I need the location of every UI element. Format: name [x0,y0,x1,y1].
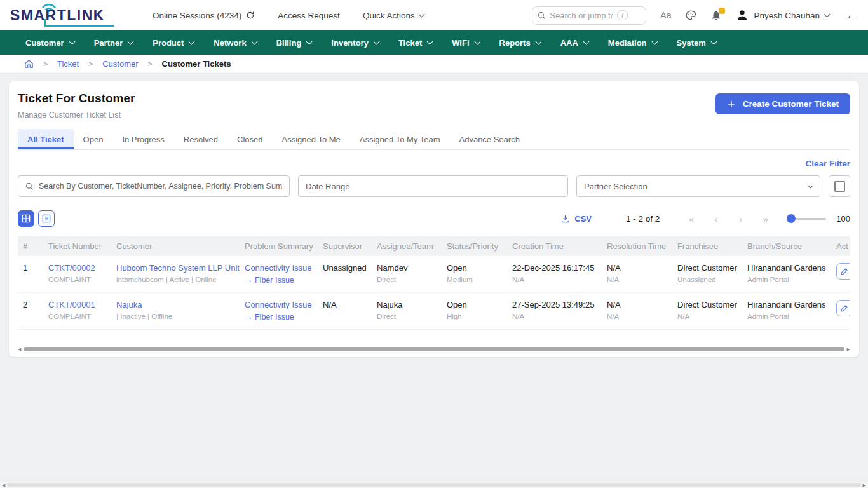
nav-item-billing[interactable]: Billing [276,38,312,48]
pagination-last-button[interactable]: » [753,214,778,224]
edit-ticket-button[interactable] [836,300,850,316]
tab-closed[interactable]: Closed [227,129,272,149]
scroll-right-icon[interactable]: ▶ [847,347,850,351]
status: Open [447,300,502,309]
ticket-search-field [18,175,290,197]
col-header-assignee-team: Assignee/Team [372,236,442,256]
tab-resolved[interactable]: Resolved [174,129,227,149]
pagination-next-button[interactable]: › [728,214,753,224]
select-all-checkbox[interactable] [829,175,850,197]
customer-link[interactable]: Najuka [116,300,234,309]
logo-underline [44,25,114,27]
notification-badge [719,8,725,14]
row-number: 2 [23,300,38,309]
page-horizontal-scrollbar[interactable]: ◀ ▶ [0,482,868,488]
nav-item-partner[interactable]: Partner [94,38,133,48]
col-header-status-priority: Status/Priority [442,236,507,256]
scrollbar-thumb[interactable] [7,483,860,487]
slider-track [796,218,826,220]
ticket-search-input[interactable] [39,182,282,191]
assignee: Namdev [377,263,437,273]
nav-item-wifi[interactable]: WiFi [452,38,479,48]
clear-filter-link[interactable]: Clear Filter [805,159,850,168]
nav-item-network[interactable]: Network [214,38,256,48]
breadcrumb-customer-link[interactable]: Customer [102,59,138,69]
breadcrumb-current: Customer Tickets [162,59,231,69]
date-range-field [298,175,568,197]
scroll-right-icon[interactable]: ▶ [863,483,866,487]
home-icon[interactable] [24,59,34,69]
col-header-supervisor: Supervisor [318,236,372,256]
tab-in-progress[interactable]: In Progress [112,129,173,149]
list-view-button[interactable] [38,210,55,227]
global-search[interactable]: / [532,6,646,25]
nav-item-reports[interactable]: Reports [499,38,541,48]
nav-item-inventory[interactable]: Inventory [331,38,379,48]
online-sessions-label: Online Sessions (4234) [153,11,241,20]
notifications-bell-icon[interactable] [710,10,722,21]
page-size-slider[interactable] [787,214,826,223]
font-size-toggle[interactable]: Aa [660,10,671,20]
assignee: Najuka [377,300,437,309]
scroll-left-icon[interactable]: ◀ [2,483,5,487]
ticket-number-link[interactable]: CTKT/00002 [48,263,106,273]
ticket-number-link[interactable]: CTKT/00001 [48,300,106,309]
nav-item-ticket[interactable]: Ticket [398,38,432,48]
create-customer-ticket-button[interactable]: Create Customer Ticket [715,93,850,114]
scroll-left-icon[interactable]: ◀ [18,347,21,351]
tab-advance-search[interactable]: Advance Search [450,129,529,149]
refresh-icon[interactable] [246,11,255,20]
col-header-customer: Customer [111,236,240,256]
app-logo[interactable]: SMARTLINK [10,3,117,28]
resolution-time: N/A [607,300,667,309]
partner-selection-select[interactable]: Partner Selection [576,175,820,197]
access-request-link[interactable]: Access Request [278,11,340,20]
problem-summary-link[interactable]: Connectivity Issue [245,263,313,273]
table-row: 2 CTKT/00001 COMPLAINT Najuka | Inactive… [18,293,850,330]
grid-view-button[interactable] [18,210,34,227]
date-range-input[interactable] [306,182,560,191]
csv-export-button[interactable]: CSV [560,214,592,224]
tab-all-ticket[interactable]: All Ticket [18,129,74,149]
problem-sub-category[interactable]: → Fiber Issue [245,276,313,285]
nav-item-product[interactable]: Product [153,38,194,48]
nav-item-aaa[interactable]: AAA [560,38,588,48]
user-menu[interactable]: Priyesh Chauhan [736,9,829,22]
logo-text: SMARTLINK [10,7,105,24]
scrollbar-thumb[interactable] [24,347,844,351]
branch-source: Admin Portal [747,313,826,320]
slider-handle[interactable] [787,214,796,223]
theme-palette-icon[interactable] [685,10,696,21]
col-header-franchisee: Franchisee [672,236,742,256]
breadcrumb-ticket-link[interactable]: Ticket [57,59,79,69]
chevron-down-icon [710,38,717,44]
table-horizontal-scrollbar[interactable]: ◀ ▶ [18,346,850,351]
problem-sub-category[interactable]: → Fiber Issue [245,313,313,322]
ticket-type: COMPLAINT [48,313,106,320]
tab-assigned-to-me[interactable]: Assigned To Me [273,129,350,149]
back-arrow-icon[interactable]: ← [846,8,858,22]
search-icon [538,11,546,20]
breadcrumb: > Ticket > Customer > Customer Tickets [0,55,868,73]
nav-item-customer[interactable]: Customer [25,38,74,48]
plus-icon [727,100,736,109]
global-search-input[interactable] [550,11,613,20]
pagination-first-button[interactable]: « [679,214,703,224]
page-title: Ticket For Customer [18,92,135,105]
nav-item-system[interactable]: System [677,38,716,48]
partner-selection-placeholder: Partner Selection [584,182,648,191]
page-subtitle: Manage Customer Ticket List [18,111,135,119]
chevron-down-icon [418,11,424,17]
nav-item-mediation[interactable]: Mediation [608,38,657,48]
tab-open[interactable]: Open [74,129,113,149]
online-sessions: Online Sessions (4234) [153,11,255,20]
col-header-ticket-number: Ticket Number [43,236,111,256]
problem-summary-link[interactable]: Connectivity Issue [245,300,313,309]
quick-actions-menu[interactable]: Quick Actions [363,11,424,20]
pagination-prev-button[interactable]: ‹ [703,214,728,224]
edit-ticket-button[interactable] [836,263,850,280]
customer-link[interactable]: Hubcom Techno System LLP Unit [116,263,234,273]
resolution-time-sub: N/A [607,276,667,283]
franchisee-sub: Unassigned [677,276,737,283]
tab-assigned-to-my-team[interactable]: Assigned To My Team [350,129,450,149]
